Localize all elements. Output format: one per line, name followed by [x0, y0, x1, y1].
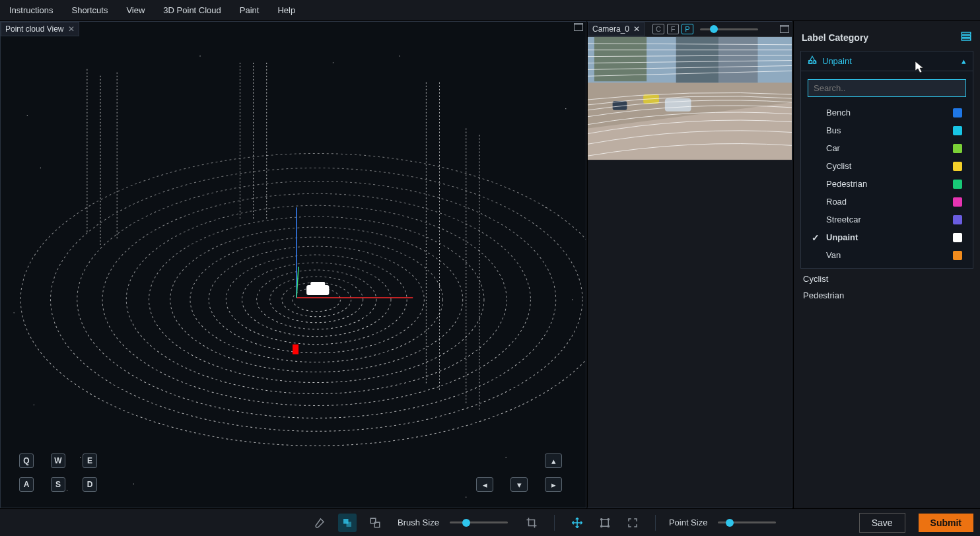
label-option-cyclist[interactable]: Cyclist	[808, 157, 966, 175]
brush-tool-button[interactable]	[310, 514, 329, 532]
label-option-text: Bus	[826, 125, 841, 135]
menubar: Instructions Shortcuts View 3D Point Clo…	[0, 0, 980, 21]
color-swatch	[953, 251, 962, 260]
menu-help[interactable]: Help	[277, 5, 295, 15]
svg-rect-49	[718, 37, 757, 83]
nav-right-button[interactable]: ▸	[545, 477, 562, 492]
svg-point-9	[149, 217, 484, 382]
svg-rect-48	[676, 37, 718, 83]
menu-instructions[interactable]: Instructions	[9, 5, 53, 15]
camera-zoom-slider[interactable]	[700, 28, 758, 30]
color-swatch	[953, 144, 962, 153]
svg-point-69	[608, 525, 609, 527]
label-dropdown-selected[interactable]: Unpaint ▴	[801, 51, 973, 71]
key-s: S	[51, 477, 65, 492]
camera-image[interactable]	[588, 36, 792, 160]
crop-button[interactable]	[522, 514, 541, 532]
layers-button[interactable]	[366, 514, 384, 532]
color-swatch	[953, 180, 962, 189]
camera-tab[interactable]: Camera_0 ✕	[588, 22, 645, 36]
nav-left-button[interactable]: ◂	[476, 477, 493, 492]
extra-label-cyclist[interactable]: Cyclist	[803, 274, 971, 284]
sidebar-title: Label Category	[802, 32, 868, 43]
move-button[interactable]	[568, 514, 586, 532]
svg-rect-45	[293, 345, 298, 354]
label-option-text: Bench	[826, 108, 851, 117]
svg-point-14	[20, 154, 586, 446]
nav-up-button[interactable]: ▴	[545, 453, 562, 468]
maximize-icon[interactable]	[574, 23, 583, 31]
svg-point-67	[608, 518, 609, 519]
color-swatch	[953, 108, 962, 117]
svg-point-6	[209, 246, 424, 353]
svg-point-35	[466, 496, 466, 497]
fullscreen-button[interactable]	[623, 514, 642, 532]
key-w: W	[51, 453, 65, 468]
menu-view[interactable]: View	[126, 5, 145, 15]
label-option-streetcar[interactable]: Streetcar	[808, 211, 966, 228]
svg-rect-53	[665, 98, 691, 112]
label-dropdown-value: Unpaint	[822, 56, 852, 66]
brush-size-slider[interactable]	[450, 521, 508, 523]
menu-3d-point-cloud[interactable]: 3D Point Cloud	[163, 5, 221, 15]
view-nav-buttons: ▴ ◂ ▾ ▸	[476, 444, 562, 492]
close-icon[interactable]: ✕	[68, 24, 75, 34]
svg-point-26	[40, 168, 41, 168]
pointcloud-canvas[interactable]	[1, 36, 586, 508]
label-option-road[interactable]: Road	[808, 193, 966, 211]
svg-rect-55	[962, 32, 971, 34]
svg-point-68	[601, 525, 602, 527]
nav-down-button[interactable]: ▾	[510, 477, 528, 492]
key-q: Q	[19, 453, 34, 468]
label-list: BenchBusCarCyclistPedestrianRoadStreetca…	[808, 104, 966, 264]
label-option-car[interactable]: Car	[808, 139, 966, 157]
list-icon[interactable]	[960, 30, 972, 44]
point-size-slider[interactable]	[718, 521, 776, 523]
label-option-bench[interactable]: Bench	[808, 104, 966, 121]
extra-label-pedestrian[interactable]: Pedestrian	[803, 290, 971, 300]
svg-point-30	[572, 299, 573, 300]
label-option-van[interactable]: Van	[808, 246, 966, 264]
close-icon[interactable]: ✕	[633, 24, 640, 34]
divider	[655, 515, 656, 531]
maximize-icon[interactable]	[780, 25, 789, 33]
svg-point-25	[27, 115, 28, 116]
key-d: D	[83, 477, 97, 492]
camera-toggle-p[interactable]: P	[682, 24, 693, 34]
svg-point-31	[34, 405, 34, 405]
pointcloud-panel: Point cloud View ✕	[0, 21, 586, 508]
svg-point-36	[333, 62, 333, 63]
keycap-hints: Q W E A S D	[19, 444, 97, 492]
bottom-toolbar: Brush Size Point Size Save Submit	[0, 508, 980, 536]
label-option-bus[interactable]: Bus	[808, 121, 966, 139]
chevron-up-icon: ▴	[962, 56, 966, 66]
svg-rect-56	[962, 36, 971, 38]
svg-point-13	[51, 168, 582, 431]
color-swatch	[953, 126, 962, 135]
pointcloud-tab[interactable]: Point cloud View ✕	[1, 22, 79, 36]
camera-toggle-f[interactable]: F	[667, 24, 679, 34]
label-search-input[interactable]	[808, 79, 966, 97]
save-button[interactable]: Save	[859, 513, 905, 533]
label-option-pedestrian[interactable]: Pedestrian	[808, 175, 966, 193]
label-option-text: Van	[826, 250, 841, 260]
menu-shortcuts[interactable]: Shortcuts	[71, 5, 108, 15]
svg-point-8	[170, 227, 463, 372]
menu-paint[interactable]: Paint	[240, 5, 260, 15]
label-option-unpaint[interactable]: Unpaint	[808, 228, 966, 246]
key-e: E	[83, 453, 97, 468]
key-a: A	[19, 477, 34, 492]
svg-point-27	[14, 312, 15, 313]
svg-point-28	[565, 108, 566, 109]
svg-point-3	[257, 270, 376, 329]
submit-button[interactable]: Submit	[919, 514, 973, 532]
polygon-tool-button[interactable]	[338, 514, 357, 532]
label-option-text: Car	[826, 143, 840, 153]
svg-rect-43	[306, 285, 329, 295]
point-size-label: Point Size	[669, 518, 708, 527]
brush-size-label: Brush Size	[398, 518, 439, 527]
camera-toggle-c[interactable]: C	[652, 24, 664, 34]
fit-button[interactable]	[596, 514, 614, 532]
label-option-text: Streetcar	[826, 215, 861, 224]
color-swatch	[953, 162, 962, 171]
